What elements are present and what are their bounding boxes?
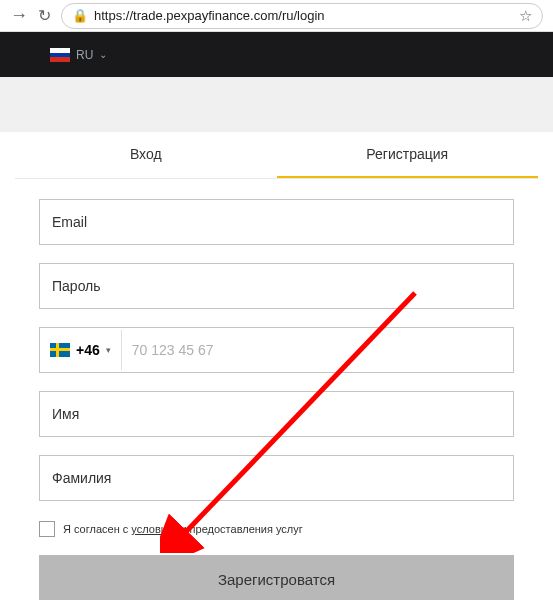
address-bar[interactable]: 🔒 https://trade.pexpayfinance.com/ru/log… xyxy=(61,3,543,29)
phone-row: +46 ▾ xyxy=(39,327,514,373)
flag-ru-icon xyxy=(50,48,70,62)
country-code-selector[interactable]: +46 ▾ xyxy=(40,330,122,370)
browser-toolbar: → ↻ 🔒 https://trade.pexpayfinance.com/ru… xyxy=(0,0,553,32)
chevron-down-icon: ▾ xyxy=(106,345,111,355)
email-field[interactable] xyxy=(39,199,514,245)
forward-arrow-icon[interactable]: → xyxy=(10,5,28,26)
phone-field[interactable] xyxy=(122,328,513,372)
password-field[interactable] xyxy=(39,263,514,309)
bookmark-star-icon[interactable]: ☆ xyxy=(519,7,532,25)
lock-icon: 🔒 xyxy=(72,8,88,23)
site-header: RU ⌄ xyxy=(0,32,553,77)
url-text: https://trade.pexpayfinance.com/ru/login xyxy=(94,8,513,23)
register-form: +46 ▾ Я согласен с условиями предоставле… xyxy=(15,179,538,600)
terms-checkbox[interactable] xyxy=(39,521,55,537)
register-button[interactable]: Зарегистроватся xyxy=(39,555,514,600)
tab-register[interactable]: Регистрация xyxy=(277,132,539,178)
lang-label: RU xyxy=(76,48,93,62)
spacer xyxy=(0,77,553,132)
auth-tabs: Вход Регистрация xyxy=(15,132,538,179)
terms-row: Я согласен с условиями предоставления ус… xyxy=(39,521,514,537)
lastname-field[interactable] xyxy=(39,455,514,501)
terms-link[interactable]: условиями xyxy=(131,523,186,535)
refresh-icon[interactable]: ↻ xyxy=(38,6,51,25)
tab-login[interactable]: Вход xyxy=(15,132,277,178)
firstname-field[interactable] xyxy=(39,391,514,437)
auth-panel: Вход Регистрация +46 ▾ Я согласен с усло… xyxy=(15,132,538,600)
terms-text: Я согласен с условиями предоставления ус… xyxy=(63,523,303,535)
language-selector[interactable]: RU ⌄ xyxy=(50,48,107,62)
chevron-down-icon: ⌄ xyxy=(99,49,107,60)
flag-se-icon xyxy=(50,343,70,357)
dial-code: +46 xyxy=(76,342,100,358)
